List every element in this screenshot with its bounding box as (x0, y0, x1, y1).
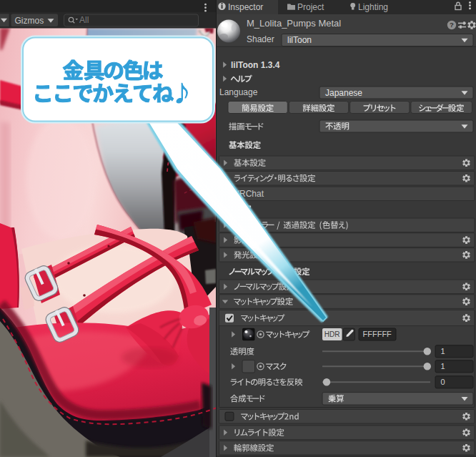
svg-text:lilToon 1.3.4: lilToon 1.3.4 (231, 60, 280, 70)
svg-text:1: 1 (441, 347, 445, 355)
svg-text:All: All (79, 15, 89, 25)
svg-text:Project: Project (297, 2, 324, 12)
svg-text:Gizmos: Gizmos (15, 16, 44, 26)
svg-text:lilToon: lilToon (287, 35, 312, 45)
svg-text:HDR: HDR (324, 330, 340, 338)
svg-text:1: 1 (441, 362, 445, 370)
svg-text:M_Lolita_Pumps Metal: M_Lolita_Pumps Metal (247, 18, 341, 29)
svg-text:Japanese: Japanese (325, 88, 362, 98)
svg-text:Inspector: Inspector (228, 2, 263, 12)
svg-text:FFFFFF: FFFFFF (363, 330, 392, 338)
svg-text:?: ? (450, 21, 454, 29)
svg-text:Lighting: Lighting (358, 2, 388, 12)
svg-text:Language: Language (219, 87, 258, 97)
svg-text:0: 0 (441, 378, 445, 386)
svg-text:Shader: Shader (247, 34, 274, 44)
